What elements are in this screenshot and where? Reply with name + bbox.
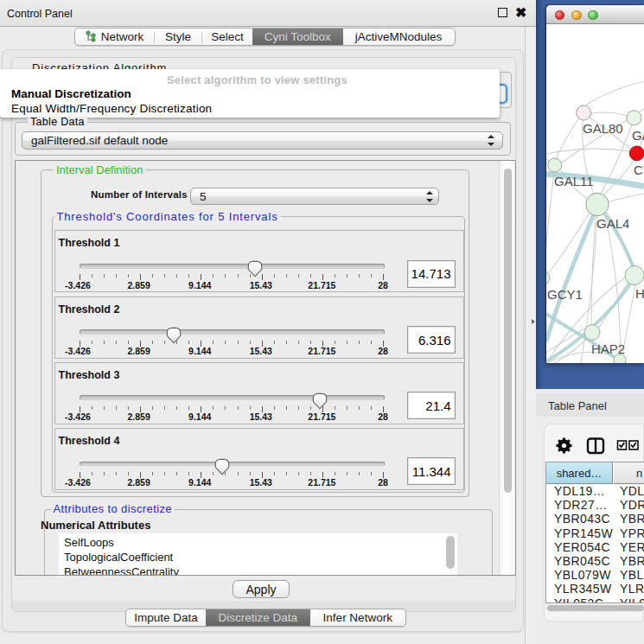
svg-text:GAL11: GAL11 [554,173,594,188]
svg-text:GAL80: GAL80 [583,121,623,136]
svg-text:GCY1: GCY1 [547,287,583,302]
svg-text:GAL4: GAL4 [596,216,629,231]
svg-text:HAP2: HAP2 [591,341,625,356]
svg-text:CY: CY [634,163,644,177]
svg-text:GA: GA [632,128,644,143]
svg-text:HIS: HIS [635,286,644,301]
